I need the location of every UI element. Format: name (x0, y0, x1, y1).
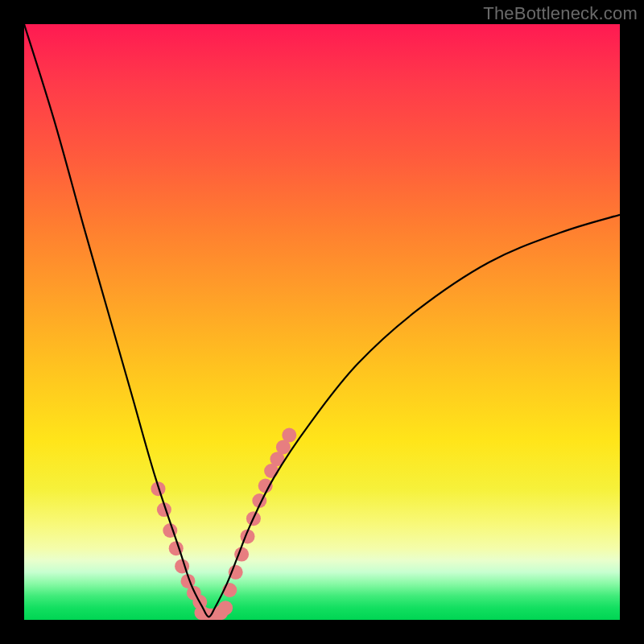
bottleneck-curve (24, 24, 620, 617)
outer-frame: TheBottleneck.com (0, 0, 644, 644)
marker-dot (282, 428, 296, 443)
marker-dot (218, 601, 233, 615)
marker-dot (229, 565, 243, 580)
watermark-text: TheBottleneck.com (483, 3, 638, 24)
plot-area (24, 24, 620, 620)
chart-svg (24, 24, 620, 620)
marker-dot (258, 479, 273, 493)
